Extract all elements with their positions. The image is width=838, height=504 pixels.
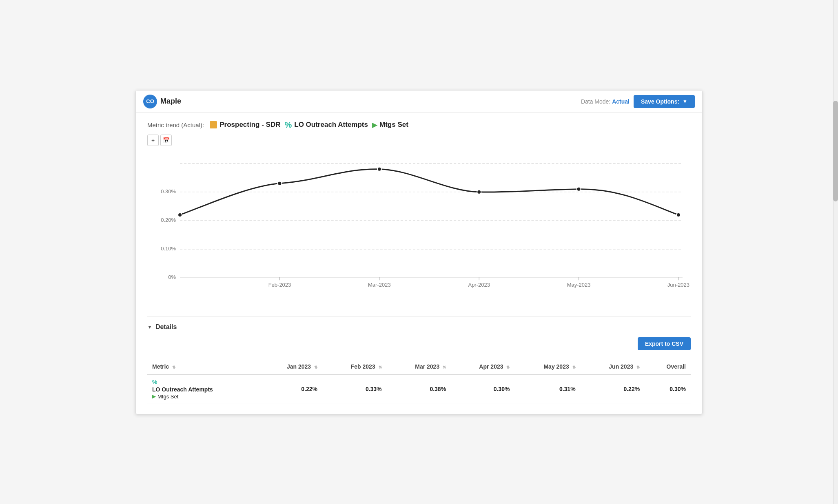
- percent-metric-icon: %: [152, 379, 157, 385]
- main-window: CO Maple Data Mode: Actual Save Options:…: [135, 90, 703, 414]
- arrow-right-icon: ▶: [372, 121, 377, 129]
- sort-arrows-jun: ⇅: [636, 365, 640, 369]
- details-section: ▼ Details Export to CSV Metric ⇅ Jan 202…: [147, 316, 691, 404]
- col-header-overall: Overall: [645, 359, 691, 374]
- col-header-may[interactable]: May 2023 ⇅: [514, 359, 580, 374]
- col-header-mar[interactable]: Mar 2023 ⇅: [387, 359, 451, 374]
- svg-text:0%: 0%: [168, 274, 176, 280]
- svg-text:0.20%: 0.20%: [161, 217, 176, 223]
- cell-feb: 0.33%: [322, 374, 387, 404]
- data-mode-label: Data Mode: Actual: [581, 98, 630, 105]
- metric-trend-label: Metric trend (Actual):: [147, 122, 204, 128]
- toolbar-icons: + 📅: [147, 135, 691, 146]
- percent-icon: %: [284, 120, 292, 130]
- svg-text:Mar-2023: Mar-2023: [368, 282, 391, 288]
- svg-text:Jun-2023: Jun-2023: [667, 282, 689, 288]
- metric-cell: % LO Outreach Attempts ▶ Mtgs Set: [147, 374, 259, 404]
- col-header-jan[interactable]: Jan 2023 ⇅: [259, 359, 322, 374]
- sort-arrows-jan: ⇅: [314, 365, 317, 369]
- cell-overall: 0.30%: [645, 374, 691, 404]
- svg-text:Feb-2023: Feb-2023: [268, 282, 291, 288]
- col-header-apr[interactable]: Apr 2023 ⇅: [451, 359, 514, 374]
- legend-box-orange-icon: [210, 121, 217, 128]
- chart-point-apr: [477, 190, 481, 194]
- sort-arrows-mar: ⇅: [443, 365, 446, 369]
- details-title: Details: [155, 323, 177, 331]
- cell-jan: 0.22%: [259, 374, 322, 404]
- details-toggle-icon[interactable]: ▼: [147, 324, 152, 330]
- svg-text:May-2023: May-2023: [567, 282, 591, 288]
- content-area: Metric trend (Actual): Prospecting - SDR…: [136, 113, 702, 414]
- cell-apr: 0.30%: [451, 374, 514, 404]
- export-csv-button[interactable]: Export to CSV: [638, 337, 691, 350]
- save-options-button[interactable]: Save Options: ▼: [634, 95, 695, 108]
- app-name: Maple: [160, 97, 181, 106]
- svg-text:0.30%: 0.30%: [161, 188, 176, 194]
- chart-point-feb: [277, 181, 282, 185]
- sort-arrows-apr: ⇅: [506, 365, 510, 369]
- legend-item-prospecting: Prospecting - SDR: [210, 121, 280, 129]
- legend-item-lo-outreach: % LO Outreach Attempts: [284, 120, 368, 130]
- mtgs-set-sub: ▶ Mtgs Set: [152, 393, 254, 400]
- data-table: Metric ⇅ Jan 2023 ⇅ Feb 2023 ⇅ Mar 2023 …: [147, 359, 691, 404]
- chart-point-jan: [178, 212, 182, 217]
- legend-item-mtgs-set: ▶ Mtgs Set: [372, 121, 408, 129]
- header: CO Maple Data Mode: Actual Save Options:…: [136, 91, 702, 113]
- svg-text:Apr-2023: Apr-2023: [468, 282, 490, 288]
- col-header-feb[interactable]: Feb 2023 ⇅: [322, 359, 387, 374]
- chart-point-mar: [377, 167, 381, 171]
- header-right: Data Mode: Actual Save Options: ▼: [581, 95, 695, 108]
- sort-arrows-metric: ⇅: [172, 365, 175, 369]
- add-button[interactable]: +: [147, 135, 159, 146]
- metric-trend-row: Metric trend (Actual): Prospecting - SDR…: [147, 120, 691, 130]
- lo-outreach-label: LO Outreach Attempts: [152, 386, 254, 393]
- logo-icon: CO: [143, 95, 157, 108]
- calendar-icon: 📅: [163, 137, 170, 144]
- col-header-metric[interactable]: Metric ⇅: [147, 359, 259, 374]
- logo-area: CO Maple: [143, 95, 181, 108]
- sub-arrow-icon: ▶: [152, 393, 156, 399]
- col-header-jun[interactable]: Jun 2023 ⇅: [581, 359, 645, 374]
- table-row: % LO Outreach Attempts ▶ Mtgs Set 0.22% …: [147, 374, 691, 404]
- sort-arrows-feb: ⇅: [379, 365, 382, 369]
- details-header: ▼ Details: [147, 323, 691, 331]
- cell-may: 0.31%: [514, 374, 580, 404]
- calendar-button[interactable]: 📅: [160, 135, 172, 146]
- cell-mar: 0.38%: [387, 374, 451, 404]
- toolbar-row: + 📅: [147, 135, 691, 146]
- sort-arrows-may: ⇅: [572, 365, 576, 369]
- cell-jun: 0.22%: [581, 374, 645, 404]
- svg-text:0.10%: 0.10%: [161, 245, 176, 252]
- data-mode-value: Actual: [612, 98, 630, 105]
- chart-svg: 0% 0.10% 0.20% 0.30% Feb-2023 Mar-2023 A…: [147, 149, 691, 304]
- chevron-down-icon: ▼: [683, 99, 687, 104]
- chart-container: 0% 0.10% 0.20% 0.30% Feb-2023 Mar-2023 A…: [147, 149, 691, 304]
- chart-point-jun: [676, 212, 681, 217]
- chart-point-may: [577, 187, 581, 191]
